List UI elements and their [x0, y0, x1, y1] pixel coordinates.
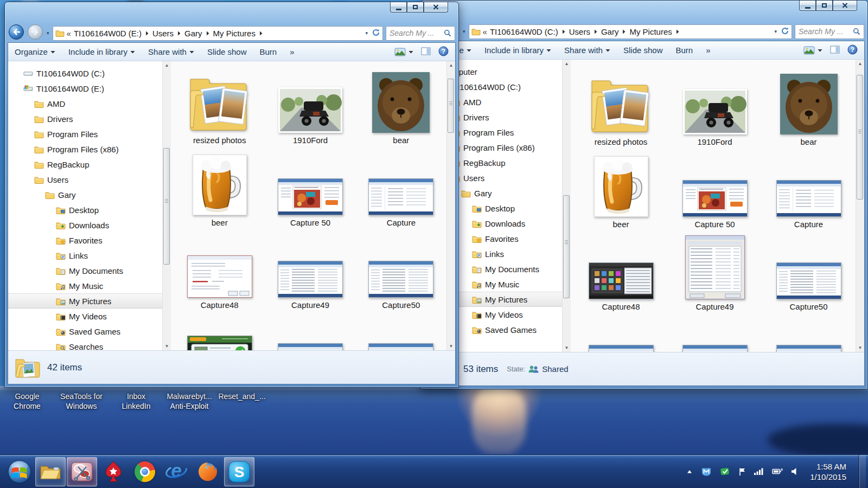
- taskbar-button-firefox[interactable]: [193, 457, 223, 486]
- file-item[interactable]: [668, 313, 762, 352]
- search-box[interactable]: Search My ...: [386, 26, 455, 41]
- toolbar-button[interactable]: »: [706, 46, 710, 55]
- recent-pages-dropdown[interactable]: ▾: [47, 30, 49, 36]
- taskbar-button-google-chrome[interactable]: [130, 457, 160, 486]
- toolbar-button[interactable]: Slide show: [207, 47, 247, 56]
- file-item[interactable]: Capture49: [668, 231, 762, 313]
- tree-item-program-files[interactable]: Program Files: [8, 126, 171, 142]
- breadcrumb-segment[interactable]: Gary: [601, 27, 619, 36]
- scroll-up-icon[interactable]: ▲: [563, 60, 571, 68]
- tree-item-downloads[interactable]: Downloads: [8, 217, 171, 233]
- content-scrollbar[interactable]: ▲▼: [446, 61, 455, 350]
- tree-item-desktop[interactable]: Desktop: [8, 202, 171, 217]
- tree-item-favorites[interactable]: Favorites: [8, 233, 171, 248]
- toolbar-button[interactable]: Burn: [676, 46, 693, 55]
- toolbar-button[interactable]: Slide show: [623, 46, 663, 55]
- taskbar-button-windows-explorer[interactable]: [35, 457, 66, 486]
- scroll-up-icon[interactable]: ▲: [856, 60, 864, 68]
- file-item[interactable]: Capture50: [762, 231, 856, 313]
- file-item[interactable]: beer: [574, 149, 668, 231]
- tray-volume[interactable]: [791, 467, 800, 476]
- taskbar-button-skype[interactable]: S: [224, 457, 254, 486]
- window-titlebar[interactable]: [424, 1, 865, 22]
- window-titlebar[interactable]: [8, 2, 456, 24]
- minimize-button[interactable]: [799, 1, 816, 11]
- show-desktop-button[interactable]: [859, 455, 866, 488]
- back-button[interactable]: [8, 24, 24, 42]
- tree-item-my-music[interactable]: My Music: [8, 278, 171, 293]
- file-item[interactable]: bear: [762, 66, 856, 149]
- refresh-button[interactable]: [781, 27, 789, 37]
- tree-item-my-documents[interactable]: My Documents: [8, 263, 171, 278]
- toolbar-button[interactable]: Share with: [148, 47, 194, 56]
- tree-item-links[interactable]: Links: [8, 248, 171, 263]
- scroll-down-icon[interactable]: ▼: [163, 342, 171, 350]
- file-item[interactable]: Capture: [356, 147, 446, 229]
- file-item[interactable]: [574, 313, 668, 352]
- tree-item-saved-games[interactable]: Saved Games: [8, 324, 171, 339]
- search-box[interactable]: Search My ...: [795, 24, 864, 39]
- tree-item-gary[interactable]: Gary: [8, 187, 171, 202]
- tree-item-amd[interactable]: AMD: [8, 96, 171, 111]
- tree-item-ti106164w0d-e-[interactable]: TI106164W0D (E:): [8, 81, 171, 96]
- file-item[interactable]: Capture 50: [668, 149, 762, 231]
- toolbar-button[interactable]: Organize: [15, 47, 55, 56]
- recent-pages-dropdown[interactable]: ▾: [463, 29, 465, 34]
- file-item[interactable]: bear: [356, 65, 446, 147]
- toolbar-button[interactable]: Include in library: [68, 47, 135, 56]
- tree-item-users[interactable]: Users: [8, 172, 171, 187]
- maximize-button[interactable]: [407, 2, 424, 12]
- tree-item-my-videos[interactable]: My Videos: [8, 309, 171, 324]
- desktop-shortcut-label[interactable]: Reset_and_...: [210, 391, 273, 401]
- file-item[interactable]: 1910Ford: [668, 66, 762, 149]
- tray-show-hidden-icons[interactable]: [686, 469, 693, 474]
- tree-scrollbar[interactable]: ▲▼: [562, 60, 571, 352]
- tray-security-ok[interactable]: [720, 467, 730, 476]
- taskbar-button-pokerstars[interactable]: [98, 457, 129, 486]
- tree-scrollbar[interactable]: ▲▼: [162, 61, 171, 350]
- file-item[interactable]: Capture48: [574, 231, 668, 313]
- tree-item-my-pictures[interactable]: My Pictures: [8, 293, 171, 309]
- address-bar[interactable]: «TI106164W0D (E:)UsersGaryMy Pictures▾: [53, 26, 383, 41]
- file-item[interactable]: beer: [174, 147, 265, 229]
- preview-pane-button[interactable]: [830, 46, 840, 55]
- views-button[interactable]: [394, 48, 413, 56]
- tray-network-signal[interactable]: [754, 467, 764, 476]
- address-dropdown[interactable]: ▾: [365, 30, 368, 36]
- toolbar-button[interactable]: »: [290, 47, 294, 56]
- breadcrumb-segment[interactable]: TI106164W0D (E:): [74, 29, 142, 38]
- file-item[interactable]: [356, 312, 446, 350]
- file-item[interactable]: Capture: [762, 149, 856, 231]
- content-scrollbar[interactable]: ▲▼: [856, 60, 864, 352]
- address-bar[interactable]: «TI106164W0D (C:)UsersGaryMy Pictures▾: [469, 24, 792, 39]
- tray-battery[interactable]: [772, 467, 783, 476]
- file-item[interactable]: resized photos: [574, 66, 668, 149]
- tray-action-center-flag[interactable]: [738, 467, 746, 476]
- taskbar-button-snipping-tool[interactable]: [67, 457, 97, 486]
- breadcrumb-segment[interactable]: TI106164W0D (C:): [490, 27, 558, 36]
- scroll-down-icon[interactable]: ▼: [447, 342, 455, 350]
- help-button[interactable]: ?: [438, 46, 449, 58]
- minimize-button[interactable]: [390, 2, 407, 12]
- forward-button[interactable]: [27, 24, 43, 42]
- file-item[interactable]: Capture49: [265, 229, 355, 312]
- close-button[interactable]: [424, 2, 448, 12]
- tree-item-searches[interactable]: Searches: [8, 339, 171, 350]
- scroll-down-icon[interactable]: ▼: [563, 344, 571, 352]
- file-item[interactable]: [174, 312, 265, 350]
- file-item[interactable]: resized photos: [174, 65, 265, 147]
- toolbar-button[interactable]: Share with: [564, 46, 610, 55]
- scroll-down-icon[interactable]: ▼: [856, 344, 864, 352]
- help-button[interactable]: ?: [847, 44, 858, 56]
- tray-malwarebytes[interactable]: [701, 467, 712, 477]
- taskbar-clock[interactable]: 1:58 AM 1/10/2015: [810, 461, 846, 482]
- views-button[interactable]: [803, 46, 822, 55]
- breadcrumb-segment[interactable]: My Pictures: [213, 29, 256, 38]
- tree-item-drivers[interactable]: Drivers: [8, 111, 171, 126]
- maximize-button[interactable]: [816, 1, 833, 11]
- desktop-shortcut-label[interactable]: SeaTools forWindows: [50, 391, 113, 411]
- tree-item-regbackup[interactable]: RegBackup: [8, 157, 171, 172]
- toolbar-button[interactable]: Burn: [260, 47, 277, 56]
- file-item[interactable]: [762, 313, 856, 352]
- breadcrumb-segment[interactable]: Gary: [184, 29, 202, 38]
